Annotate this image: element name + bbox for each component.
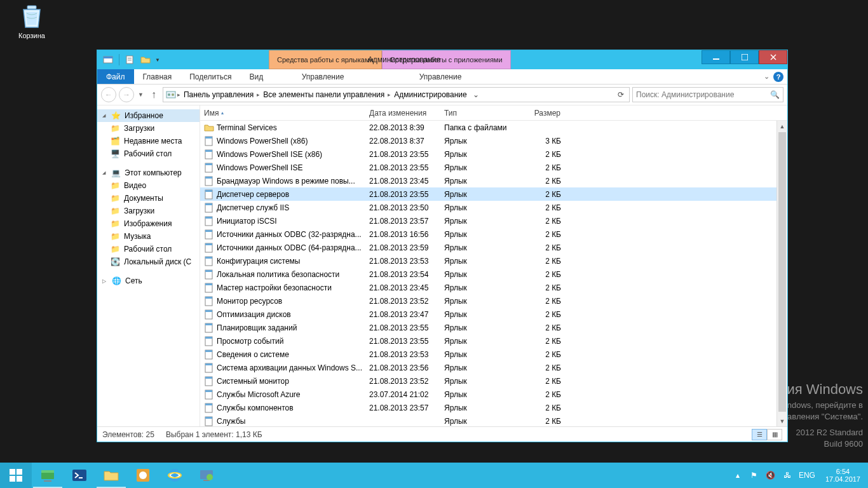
minimize-button[interactable]: [702, 50, 730, 64]
vertical-scrollbar[interactable]: ▲ ▼: [776, 121, 787, 426]
file-row[interactable]: Windows PowerShell ISE21.08.2013 23:55Яр…: [200, 161, 787, 174]
system-menu-icon[interactable]: [101, 53, 115, 67]
nav-back-button[interactable]: ←: [101, 87, 116, 102]
file-row[interactable]: Локальная политика безопасности21.08.201…: [200, 268, 787, 281]
taskbar-explorer[interactable]: [95, 463, 127, 488]
nav-desktop2[interactable]: 📁Рабочий стол: [97, 243, 200, 255]
taskbar-powershell[interactable]: [64, 463, 95, 488]
tab-share[interactable]: Поделиться: [180, 69, 240, 84]
tab-manage-shortcut[interactable]: Управление: [269, 69, 377, 85]
refresh-icon[interactable]: ⟳: [615, 90, 627, 99]
tray-network-icon[interactable]: 🖧: [782, 470, 792, 480]
nav-downloads2[interactable]: 📁Загрузки: [97, 205, 200, 217]
nav-pictures[interactable]: 📁Изображения: [97, 217, 200, 230]
file-row[interactable]: Terminal Services22.08.2013 8:39Папка с …: [200, 121, 787, 134]
nav-network[interactable]: 🌐Сеть: [97, 274, 200, 287]
file-row[interactable]: Брандмауэр Windows в режиме повы...21.08…: [200, 174, 787, 187]
file-row[interactable]: Windows PowerShell (x86)22.08.2013 8:37Я…: [200, 134, 787, 147]
svg-point-64: [139, 471, 147, 479]
recycle-bin[interactable]: Корзина: [13, 3, 51, 39]
recycle-bin-icon: [18, 3, 45, 30]
file-row[interactable]: Мастер настройки безопасности21.08.2013 …: [200, 281, 787, 294]
tray-language[interactable]: ENG: [799, 471, 815, 480]
view-details-button[interactable]: ☰: [752, 429, 767, 440]
file-row[interactable]: Службы Microsoft Azure23.07.2014 21:02Яр…: [200, 388, 787, 401]
qat-dropdown-icon[interactable]: ▼: [154, 53, 161, 67]
titlebar[interactable]: ▼ Средства работы с ярлыками Средства ра…: [97, 50, 787, 69]
nav-history-dropdown[interactable]: ▼: [137, 92, 145, 98]
context-tab-application[interactable]: Средства работы с приложениями: [382, 50, 511, 69]
new-folder-icon[interactable]: [139, 53, 153, 67]
nav-this-pc[interactable]: 💻Этот компьютер: [97, 166, 200, 179]
file-row[interactable]: Источники данных ODBC (64-разрядна...21.…: [200, 241, 787, 254]
column-name[interactable]: Имя▴: [200, 105, 365, 120]
scroll-down-icon[interactable]: ▼: [777, 416, 787, 426]
nav-videos[interactable]: 📁Видео: [97, 179, 200, 192]
tray-flag-icon[interactable]: ⚑: [749, 470, 759, 480]
file-row[interactable]: Планировщик заданий21.08.2013 23:55Ярлык…: [200, 321, 787, 334]
file-row[interactable]: Системный монитор21.08.2013 23:52Ярлык2 …: [200, 374, 787, 388]
svg-rect-50: [205, 390, 212, 392]
breadcrumb-item[interactable]: Все элементы панели управления: [261, 90, 386, 99]
file-name: Службы компонентов: [217, 403, 294, 412]
scroll-up-icon[interactable]: ▲: [777, 121, 787, 132]
tab-home[interactable]: Главная: [134, 69, 181, 84]
file-row[interactable]: Монитор ресурсов21.08.2013 23:52Ярлык2 К…: [200, 294, 787, 308]
nav-documents[interactable]: 📁Документы: [97, 192, 200, 205]
taskbar-server-manager[interactable]: [32, 463, 64, 488]
nav-recent[interactable]: 🗂️Недавние места: [97, 135, 200, 147]
file-date: 22.08.2013 8:37: [365, 137, 440, 146]
view-thumbnails-button[interactable]: ▦: [767, 429, 782, 440]
taskbar-app1[interactable]: [127, 463, 159, 488]
nav-up-button[interactable]: ↑: [147, 88, 160, 101]
file-size: 2 КБ: [515, 297, 565, 306]
file-row[interactable]: Система архивации данных Windows S...21.…: [200, 361, 787, 374]
nav-downloads[interactable]: 📁Загрузки: [97, 122, 200, 135]
file-row[interactable]: Сведения о системе21.08.2013 23:53Ярлык2…: [200, 348, 787, 361]
file-row[interactable]: Windows PowerShell ISE (x86)21.08.2013 2…: [200, 147, 787, 161]
breadcrumb-item[interactable]: Администрирование: [392, 90, 468, 99]
ribbon-collapse-icon[interactable]: ⌄: [764, 72, 770, 81]
file-icon: [204, 323, 214, 333]
nav-favorites[interactable]: ⭐Избранное: [97, 109, 200, 122]
context-tab-shortcut[interactable]: Средства работы с ярлыками: [269, 50, 382, 69]
file-row[interactable]: Службы компонентов21.08.2013 23:57Ярлык2…: [200, 401, 787, 414]
column-date[interactable]: Дата изменения: [365, 105, 440, 120]
file-row[interactable]: Инициатор iSCSI21.08.2013 23:57Ярлык2 КБ: [200, 214, 787, 227]
column-type[interactable]: Тип: [440, 105, 515, 120]
properties-icon[interactable]: [123, 53, 137, 67]
file-row[interactable]: Конфигурация системы21.08.2013 23:53Ярлы…: [200, 254, 787, 268]
taskbar-app2[interactable]: [191, 463, 222, 488]
tab-manage-app[interactable]: Управление: [377, 69, 504, 85]
nav-local-disk[interactable]: 💽Локальный диск (C: [97, 255, 200, 268]
tray-volume-icon[interactable]: 🔇: [766, 470, 776, 480]
nav-forward-button[interactable]: →: [119, 87, 134, 102]
nav-music[interactable]: 📁Музыка: [97, 230, 200, 243]
tray-clock[interactable]: 6:54 17.04.2017: [822, 468, 864, 483]
file-icon: [204, 229, 214, 240]
address-dropdown-icon[interactable]: ⌄: [470, 90, 482, 99]
tab-file[interactable]: Файл: [97, 69, 134, 84]
tray-show-hidden-icon[interactable]: ▴: [733, 470, 743, 480]
close-button[interactable]: [759, 50, 787, 64]
taskbar-ie[interactable]: [159, 463, 191, 488]
file-row[interactable]: Просмотр событий21.08.2013 23:55Ярлык2 К…: [200, 334, 787, 348]
file-type: Ярлык: [440, 270, 515, 279]
file-row[interactable]: Диспетчер серверов21.08.2013 23:55Ярлык2…: [200, 187, 787, 201]
search-input[interactable]: Поиск: Администрирование 🔍: [632, 87, 783, 102]
maximize-button[interactable]: [730, 50, 759, 64]
help-icon[interactable]: ?: [773, 72, 783, 82]
file-row[interactable]: Источники данных ODBC (32-разрядна...21.…: [200, 227, 787, 241]
address-bar[interactable]: ▸ Панель управления ▸ Все элементы панел…: [163, 87, 630, 102]
scroll-thumb[interactable]: [778, 132, 786, 412]
file-row[interactable]: Оптимизация дисков21.08.2013 23:47Ярлык2…: [200, 308, 787, 321]
tab-view[interactable]: Вид: [240, 69, 272, 84]
nav-desktop[interactable]: 🖥️Рабочий стол: [97, 147, 200, 160]
column-size[interactable]: Размер: [515, 105, 565, 120]
file-date: 22.08.2013 8:39: [365, 123, 440, 132]
start-button[interactable]: [0, 463, 32, 488]
breadcrumb-item[interactable]: Панель управления: [182, 90, 255, 99]
file-date: 21.08.2013 23:45: [365, 177, 440, 186]
file-row[interactable]: Диспетчер служб IIS21.08.2013 23:50Ярлык…: [200, 201, 787, 214]
file-row[interactable]: СлужбыЯрлык2 КБ: [200, 414, 787, 426]
